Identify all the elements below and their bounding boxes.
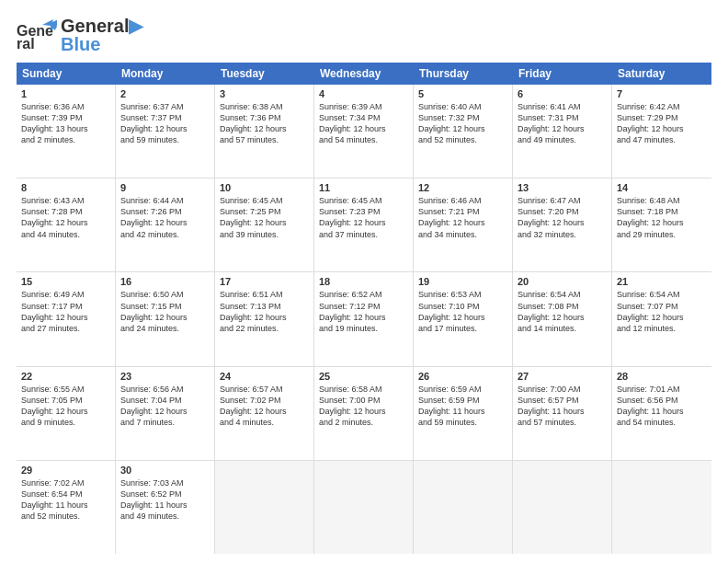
day-number: 6 (518, 88, 607, 99)
day-number: 2 (120, 88, 210, 99)
calendar-cell: 10Sunrise: 6:45 AMSunset: 7:25 PMDayligh… (215, 178, 314, 271)
day-number: 8 (21, 182, 110, 193)
day-number: 10 (220, 182, 309, 193)
header-day-sunday: Sunday (17, 63, 116, 85)
calendar-cell: 26Sunrise: 6:59 AMSunset: 6:59 PMDayligh… (414, 367, 513, 460)
day-number: 4 (319, 88, 408, 99)
cell-text: Sunrise: 6:40 AMSunset: 7:32 PMDaylight:… (418, 101, 507, 146)
day-number: 27 (518, 371, 607, 382)
cell-text: Sunrise: 6:53 AMSunset: 7:10 PMDaylight:… (418, 289, 507, 334)
day-number: 3 (220, 88, 309, 99)
day-number: 18 (319, 276, 408, 287)
logo: Gene ral General▶ Blue (17, 17, 142, 53)
calendar-cell: 7Sunrise: 6:42 AMSunset: 7:29 PMDaylight… (612, 85, 711, 178)
day-number: 19 (418, 276, 507, 287)
day-number: 26 (418, 371, 507, 382)
cell-text: Sunrise: 7:00 AMSunset: 6:57 PMDaylight:… (518, 384, 607, 429)
calendar-cell: 21Sunrise: 6:54 AMSunset: 7:07 PMDayligh… (612, 272, 711, 365)
day-number: 13 (518, 182, 607, 193)
cell-text: Sunrise: 6:46 AMSunset: 7:21 PMDaylight:… (418, 195, 507, 240)
cell-text: Sunrise: 6:42 AMSunset: 7:29 PMDaylight:… (617, 101, 707, 146)
calendar-cell: 20Sunrise: 6:54 AMSunset: 7:08 PMDayligh… (513, 272, 612, 365)
calendar-cell: 29Sunrise: 7:02 AMSunset: 6:54 PMDayligh… (17, 461, 116, 554)
calendar: SundayMondayTuesdayWednesdayThursdayFrid… (17, 63, 711, 554)
calendar-cell: 3Sunrise: 6:38 AMSunset: 7:36 PMDaylight… (215, 85, 314, 178)
calendar-cell: 18Sunrise: 6:52 AMSunset: 7:12 PMDayligh… (314, 272, 414, 365)
cell-text: Sunrise: 6:50 AMSunset: 7:15 PMDaylight:… (120, 289, 210, 334)
calendar-cell: 1Sunrise: 6:36 AMSunset: 7:39 PMDaylight… (17, 85, 116, 178)
calendar-cell: 24Sunrise: 6:57 AMSunset: 7:02 PMDayligh… (215, 367, 314, 460)
cell-text: Sunrise: 6:45 AMSunset: 7:25 PMDaylight:… (220, 195, 309, 240)
day-number: 29 (21, 465, 110, 476)
day-number: 17 (220, 276, 309, 287)
cell-text: Sunrise: 6:58 AMSunset: 7:00 PMDaylight:… (319, 384, 408, 429)
calendar-cell: 11Sunrise: 6:45 AMSunset: 7:23 PMDayligh… (314, 178, 414, 271)
day-number: 28 (617, 371, 707, 382)
cell-text: Sunrise: 7:02 AMSunset: 6:54 PMDaylight:… (21, 477, 110, 523)
calendar-body: 1Sunrise: 6:36 AMSunset: 7:39 PMDaylight… (17, 85, 711, 554)
calendar-cell (314, 461, 414, 554)
calendar-cell: 17Sunrise: 6:51 AMSunset: 7:13 PMDayligh… (215, 272, 314, 365)
day-number: 9 (120, 182, 210, 193)
calendar-row-0: 1Sunrise: 6:36 AMSunset: 7:39 PMDaylight… (17, 85, 711, 178)
calendar-cell (215, 461, 314, 554)
day-number: 1 (21, 88, 110, 99)
day-number: 5 (418, 88, 507, 99)
calendar-cell: 5Sunrise: 6:40 AMSunset: 7:32 PMDaylight… (414, 85, 513, 178)
cell-text: Sunrise: 6:54 AMSunset: 7:07 PMDaylight:… (617, 289, 707, 334)
cell-text: Sunrise: 6:45 AMSunset: 7:23 PMDaylight:… (319, 195, 408, 240)
calendar-row-3: 22Sunrise: 6:55 AMSunset: 7:05 PMDayligh… (17, 367, 711, 461)
page: Gene ral General▶ Blue SundayMondayTuesd… (0, 0, 728, 563)
cell-text: Sunrise: 7:01 AMSunset: 6:56 PMDaylight:… (617, 384, 707, 429)
calendar-cell (513, 461, 612, 554)
day-number: 11 (319, 182, 408, 193)
calendar-cell: 27Sunrise: 7:00 AMSunset: 6:57 PMDayligh… (513, 367, 612, 460)
calendar-row-4: 29Sunrise: 7:02 AMSunset: 6:54 PMDayligh… (17, 461, 711, 554)
header-day-friday: Friday (513, 63, 612, 85)
calendar-row-2: 15Sunrise: 6:49 AMSunset: 7:17 PMDayligh… (17, 272, 711, 366)
cell-text: Sunrise: 6:57 AMSunset: 7:02 PMDaylight:… (220, 384, 309, 429)
day-number: 30 (120, 465, 210, 476)
cell-text: Sunrise: 6:47 AMSunset: 7:20 PMDaylight:… (518, 195, 607, 240)
calendar-cell: 2Sunrise: 6:37 AMSunset: 7:37 PMDaylight… (116, 85, 215, 178)
header-day-thursday: Thursday (414, 63, 513, 85)
calendar-cell: 28Sunrise: 7:01 AMSunset: 6:56 PMDayligh… (612, 367, 711, 460)
cell-text: Sunrise: 6:49 AMSunset: 7:17 PMDaylight:… (21, 289, 110, 334)
calendar-cell: 23Sunrise: 6:56 AMSunset: 7:04 PMDayligh… (116, 367, 215, 460)
calendar-cell: 19Sunrise: 6:53 AMSunset: 7:10 PMDayligh… (414, 272, 513, 365)
calendar-cell: 22Sunrise: 6:55 AMSunset: 7:05 PMDayligh… (17, 367, 116, 460)
cell-text: Sunrise: 6:38 AMSunset: 7:36 PMDaylight:… (220, 101, 309, 146)
day-number: 14 (617, 182, 707, 193)
header-day-tuesday: Tuesday (215, 63, 314, 85)
header-day-wednesday: Wednesday (314, 63, 414, 85)
cell-text: Sunrise: 6:43 AMSunset: 7:28 PMDaylight:… (21, 195, 110, 240)
day-number: 25 (319, 371, 408, 382)
day-number: 16 (120, 276, 210, 287)
cell-text: Sunrise: 6:48 AMSunset: 7:18 PMDaylight:… (617, 195, 707, 240)
day-number: 22 (21, 371, 110, 382)
calendar-cell: 30Sunrise: 7:03 AMSunset: 6:52 PMDayligh… (116, 461, 215, 554)
day-number: 21 (617, 276, 707, 287)
cell-text: Sunrise: 6:54 AMSunset: 7:08 PMDaylight:… (518, 289, 607, 334)
cell-text: Sunrise: 6:36 AMSunset: 7:39 PMDaylight:… (21, 101, 110, 146)
cell-text: Sunrise: 6:55 AMSunset: 7:05 PMDaylight:… (21, 384, 110, 429)
logo-blue: Blue (61, 35, 142, 53)
cell-text: Sunrise: 6:41 AMSunset: 7:31 PMDaylight:… (518, 101, 607, 146)
day-number: 12 (418, 182, 507, 193)
cell-text: Sunrise: 6:56 AMSunset: 7:04 PMDaylight:… (120, 384, 210, 429)
calendar-cell: 12Sunrise: 6:46 AMSunset: 7:21 PMDayligh… (414, 178, 513, 271)
day-number: 7 (617, 88, 707, 99)
calendar-cell: 13Sunrise: 6:47 AMSunset: 7:20 PMDayligh… (513, 178, 612, 271)
header-day-saturday: Saturday (612, 63, 711, 85)
cell-text: Sunrise: 6:44 AMSunset: 7:26 PMDaylight:… (120, 195, 210, 240)
calendar-header: SundayMondayTuesdayWednesdayThursdayFrid… (17, 63, 711, 85)
cell-text: Sunrise: 6:51 AMSunset: 7:13 PMDaylight:… (220, 289, 309, 334)
day-number: 23 (120, 371, 210, 382)
calendar-cell: 4Sunrise: 6:39 AMSunset: 7:34 PMDaylight… (314, 85, 414, 178)
header-day-monday: Monday (116, 63, 215, 85)
logo-general: General▶ (61, 17, 142, 35)
calendar-cell: 9Sunrise: 6:44 AMSunset: 7:26 PMDaylight… (116, 178, 215, 271)
calendar-cell: 6Sunrise: 6:41 AMSunset: 7:31 PMDaylight… (513, 85, 612, 178)
day-number: 24 (220, 371, 309, 382)
cell-text: Sunrise: 7:03 AMSunset: 6:52 PMDaylight:… (120, 477, 210, 523)
